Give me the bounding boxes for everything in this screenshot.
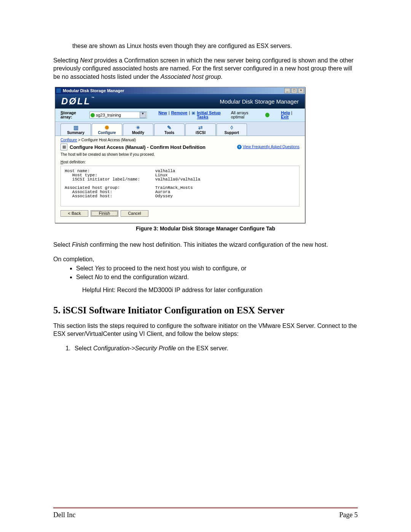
tasks-icon: ▣ bbox=[191, 111, 195, 119]
tab-summary[interactable]: ▥Summary bbox=[61, 123, 91, 136]
step-list: Select Configuration->Security Profile o… bbox=[53, 344, 358, 353]
tab-tools[interactable]: ✎Tools bbox=[154, 123, 185, 136]
toolbar: Storage array: sg23_training ▼ New | Rem… bbox=[55, 109, 305, 122]
section5-intro: This section lists the steps required to… bbox=[53, 322, 358, 338]
modify-icon: ✴ bbox=[123, 125, 153, 130]
titlebar: Modular Disk Storage Manager _ □ × bbox=[55, 87, 305, 94]
helpful-hint: Helpful Hint: Record the MD3000i IP addr… bbox=[82, 287, 358, 294]
bullet-no: Select No to end the configuration wizar… bbox=[76, 273, 358, 281]
tab-iscsi[interactable]: ⇄iSCSI bbox=[185, 123, 216, 136]
app-window: Modular Disk Storage Manager _ □ × DØLL™… bbox=[55, 87, 305, 223]
window-title: Modular Disk Storage Manager bbox=[63, 89, 284, 93]
footer-rule bbox=[53, 507, 358, 508]
new-link[interactable]: New bbox=[158, 111, 167, 119]
footer-right: Page 5 bbox=[339, 511, 358, 519]
close-button[interactable]: × bbox=[298, 88, 304, 93]
step-1: Select Configuration->Security Profile o… bbox=[72, 344, 358, 353]
hostdef-label: Host definition: bbox=[61, 160, 299, 164]
status-text: All arrays optimal bbox=[231, 111, 261, 119]
intro-line: these are shown as Linux hosts even thou… bbox=[72, 42, 358, 50]
faq-link[interactable]: View Frequently Asked Questions bbox=[243, 145, 299, 149]
tab-configure[interactable]: ✺Configure bbox=[92, 123, 122, 136]
remove-link[interactable]: Remove bbox=[171, 111, 188, 119]
tools-icon: ✎ bbox=[155, 125, 184, 130]
para-next: Selecting Next provides a Confirmation s… bbox=[53, 56, 358, 81]
footer-left: Dell Inc bbox=[53, 511, 75, 519]
summary-icon: ▥ bbox=[61, 125, 91, 130]
status-ok-icon bbox=[265, 113, 269, 117]
footer: Dell Inc Page 5 bbox=[53, 511, 358, 519]
hostdef-box: Host name: valhalla Host type: Linux iSC… bbox=[61, 166, 299, 206]
chevron-down-icon[interactable]: ▼ bbox=[140, 112, 146, 118]
completion-list: Select Yes to proceed to the next host y… bbox=[53, 264, 358, 281]
storage-array-value: sg23_training bbox=[96, 113, 121, 117]
finish-button[interactable]: Finish bbox=[91, 210, 118, 217]
configure-icon: ✺ bbox=[92, 125, 122, 130]
section-5-heading: 5. iSCSI Software Initiator Configuratio… bbox=[53, 305, 358, 316]
section-header: ▤ Configure Host Access (Manual) - Confi… bbox=[61, 144, 299, 150]
para-finish: Select Finish confirming the new host de… bbox=[53, 241, 358, 249]
figure-caption: Figure 3: Modular Disk Storage Manager C… bbox=[53, 225, 358, 232]
dell-logo: DØLL™ bbox=[61, 97, 96, 106]
cancel-button[interactable]: Cancel bbox=[121, 210, 148, 217]
initial-tasks-link[interactable]: Initial Setup Tasks bbox=[197, 111, 228, 119]
section-title: Configure Host Access (Manual) - Confirm… bbox=[70, 145, 206, 150]
tab-modify[interactable]: ✴Modify bbox=[123, 123, 153, 136]
exit-link[interactable]: Exit bbox=[281, 115, 288, 119]
tab-support[interactable]: ◊Support bbox=[217, 123, 247, 136]
banner: DØLL™ Modular Disk Storage Manager bbox=[55, 94, 305, 109]
iscsi-icon: ⇄ bbox=[186, 125, 215, 130]
app-icon bbox=[56, 88, 61, 93]
minimize-button[interactable]: _ bbox=[284, 88, 290, 93]
content-area: Configure > Configure Host Access (Manua… bbox=[55, 136, 305, 223]
maximize-button[interactable]: □ bbox=[291, 88, 297, 93]
storage-array-combo[interactable]: sg23_training ▼ bbox=[89, 112, 147, 118]
banner-title: Modular Disk Storage Manager bbox=[220, 99, 299, 104]
faq-icon: ? bbox=[237, 145, 242, 149]
host-icon: ▤ bbox=[61, 144, 67, 150]
proceed-note: The host will be created as shown below … bbox=[61, 153, 299, 157]
para-oncompletion: On completion, bbox=[53, 255, 358, 264]
breadcrumb-link[interactable]: Configure bbox=[61, 138, 77, 142]
bullet-yes: Select Yes to proceed to the next host y… bbox=[76, 264, 358, 273]
back-button[interactable]: < Back bbox=[61, 210, 88, 217]
storage-array-label: Storage array: bbox=[61, 111, 87, 119]
support-icon: ◊ bbox=[217, 125, 247, 130]
breadcrumb: Configure > Configure Host Access (Manua… bbox=[61, 138, 299, 142]
tabstrip: ▥Summary ✺Configure ✴Modify ✎Tools ⇄iSCS… bbox=[55, 122, 305, 136]
array-status-icon bbox=[91, 113, 95, 117]
